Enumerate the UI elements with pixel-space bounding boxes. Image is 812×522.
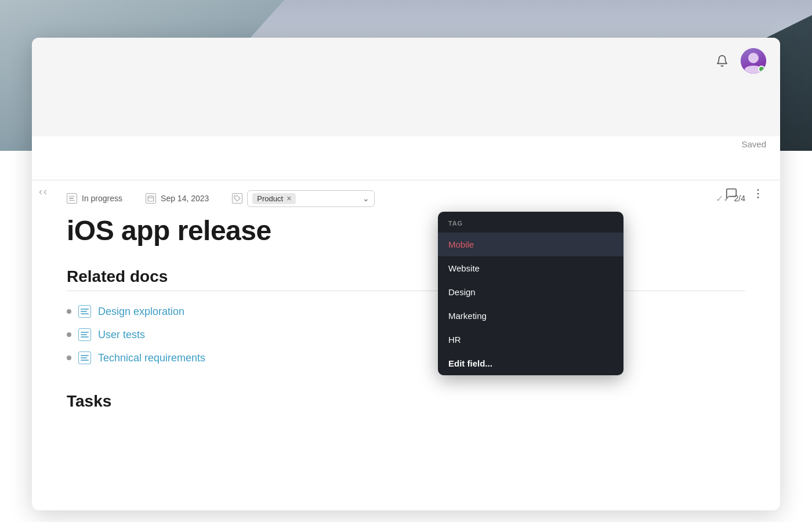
dropdown-marketing-label: Marketing <box>448 311 487 321</box>
line-3 <box>81 360 89 361</box>
document-title: iOS app release <box>67 215 745 246</box>
dropdown-mobile-label: Mobile <box>448 240 474 249</box>
dropdown-item-website[interactable]: Website <box>438 256 624 280</box>
svg-point-5 <box>757 189 759 191</box>
status-icon <box>67 193 77 204</box>
tag-chevron-icon[interactable]: ⌄ <box>362 194 369 203</box>
doc-link-icon-1 <box>78 305 91 318</box>
line-2 <box>81 334 87 335</box>
doc-icon-lines-2 <box>79 331 90 339</box>
checklist-value: 2/4 <box>734 194 745 203</box>
document-content: iOS app release Related docs Design expl… <box>67 215 745 510</box>
doc-link-icon-3 <box>78 351 91 364</box>
doc-icon-lines-3 <box>79 354 90 362</box>
chevron-left-1: ‹ <box>39 186 42 198</box>
chevron-left-2: ‹ <box>44 186 47 198</box>
related-docs-list: Design exploration User tests <box>67 305 745 364</box>
date-label: Sep 14, 2023 <box>161 194 209 203</box>
list-item[interactable]: Technical requirements <box>67 351 745 364</box>
bullet-2 <box>67 332 71 337</box>
status-icon-lines <box>68 195 76 202</box>
line-1 <box>81 355 89 356</box>
tag-input-field[interactable]: Product × ⌄ <box>247 190 375 207</box>
bell-svg <box>716 55 728 67</box>
line-2 <box>81 311 87 312</box>
svg-point-4 <box>235 197 237 198</box>
technical-requirements-link[interactable]: Technical requirements <box>98 352 205 364</box>
dropdown-item-hr[interactable]: HR <box>438 328 624 351</box>
dropdown-edit-field-button[interactable]: Edit field... <box>438 351 624 375</box>
main-document-panel: Saved ‹ ‹ In progress <box>32 38 780 510</box>
checklist-count: ✓✓ 2/4 <box>716 193 745 204</box>
bullet-1 <box>67 309 71 314</box>
tag-dropdown: TAG Mobile Website Design Marketing HR E… <box>438 212 624 375</box>
calendar-icon <box>146 193 156 204</box>
line-3 <box>81 336 89 338</box>
list-item[interactable]: User tests <box>67 328 745 341</box>
list-item[interactable]: Design exploration <box>67 305 745 318</box>
icon-line-2 <box>69 198 74 199</box>
avatar-online-indicator <box>758 66 765 72</box>
svg-point-6 <box>757 193 759 195</box>
status-label: In progress <box>82 194 122 203</box>
dropdown-hr-label: HR <box>448 335 461 345</box>
date-field[interactable]: Sep 14, 2023 <box>146 193 209 204</box>
more-options-icon[interactable] <box>750 186 766 202</box>
document-header-image <box>32 38 780 136</box>
tasks-heading: Tasks <box>67 392 745 411</box>
user-tests-link[interactable]: User tests <box>98 329 145 341</box>
dropdown-item-mobile[interactable]: Mobile <box>438 233 624 256</box>
icon-line-1 <box>69 196 75 197</box>
svg-point-7 <box>757 197 759 198</box>
dropdown-header: TAG <box>438 212 624 233</box>
tag-field[interactable]: Product × ⌄ <box>232 190 375 207</box>
more-dots-svg <box>752 187 764 200</box>
metadata-row: In progress Sep 14, 2023 <box>67 186 745 211</box>
tag-svg <box>234 195 241 202</box>
dropdown-item-design[interactable]: Design <box>438 280 624 304</box>
svg-rect-0 <box>148 196 154 201</box>
line-3 <box>81 313 89 314</box>
doc-icon-lines-1 <box>79 307 90 316</box>
line-1 <box>81 332 89 333</box>
related-docs-heading: Related docs <box>67 267 745 291</box>
saved-label: Saved <box>741 139 766 149</box>
top-right-controls <box>714 48 766 74</box>
checkmark-icon: ✓✓ <box>716 193 731 204</box>
dropdown-item-marketing[interactable]: Marketing <box>438 304 624 328</box>
collapse-panels-icon[interactable]: ‹ ‹ <box>39 186 47 198</box>
header-divider <box>32 180 780 180</box>
line-1 <box>81 309 89 310</box>
bullet-3 <box>67 356 71 360</box>
dropdown-website-label: Website <box>448 263 480 273</box>
bell-icon[interactable] <box>714 53 730 69</box>
tag-value: Product <box>257 194 283 203</box>
status-field[interactable]: In progress <box>67 193 122 204</box>
calendar-svg <box>147 195 154 202</box>
avatar[interactable] <box>741 48 766 74</box>
tag-icon <box>232 193 242 204</box>
icon-line-3 <box>69 200 75 201</box>
product-tag-badge: Product × <box>252 193 296 204</box>
line-2 <box>81 357 87 358</box>
design-exploration-link[interactable]: Design exploration <box>98 306 184 318</box>
tag-close-button[interactable]: × <box>287 194 291 202</box>
doc-link-icon-2 <box>78 328 91 341</box>
dropdown-design-label: Design <box>448 287 476 297</box>
